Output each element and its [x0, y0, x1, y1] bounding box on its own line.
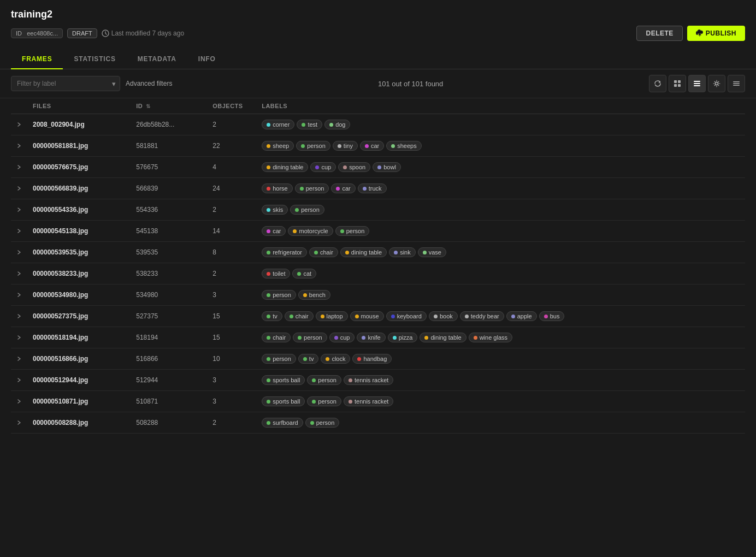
label-tag[interactable]: tv	[262, 311, 282, 321]
list-view-button[interactable]	[688, 75, 706, 92]
label-tag[interactable]: bowl	[373, 162, 401, 172]
label-tag[interactable]: person	[335, 226, 370, 236]
row-expand[interactable]	[11, 114, 27, 135]
id-col-header[interactable]: ID ⇅	[131, 98, 207, 114]
row-expand[interactable]	[11, 157, 27, 178]
table-row[interactable]: 000000566839.jpg56683924horsepersoncartr…	[11, 178, 745, 199]
row-expand[interactable]	[11, 327, 27, 348]
row-expand[interactable]	[11, 370, 27, 391]
table-row[interactable]: 000000581881.jpg58188122sheeppersontinyc…	[11, 135, 745, 157]
row-expand[interactable]	[11, 178, 27, 199]
more-options-button[interactable]	[728, 75, 745, 92]
label-tag[interactable]: person	[295, 183, 329, 193]
grid-view-button[interactable]	[669, 75, 686, 92]
label-tag[interactable]: skis	[262, 205, 288, 215]
table-row[interactable]: 000000554336.jpg5543362skisperson	[11, 199, 745, 221]
tab-frames[interactable]: FRAMES	[11, 50, 63, 69]
label-tag[interactable]: person	[305, 418, 340, 428]
label-tag[interactable]: clock	[321, 354, 350, 364]
delete-button[interactable]: DELETE	[636, 26, 682, 41]
label-tag[interactable]: tennis racket	[344, 396, 393, 406]
label-tag[interactable]: mouse	[350, 311, 384, 321]
label-tag[interactable]: wine glass	[469, 333, 512, 342]
row-expand[interactable]	[11, 306, 27, 327]
label-tag[interactable]: person	[307, 375, 341, 385]
files-col-header[interactable]: FILES	[27, 98, 131, 114]
label-tag[interactable]: person	[290, 205, 324, 215]
row-expand[interactable]	[11, 199, 27, 221]
row-expand[interactable]	[11, 135, 27, 157]
table-row[interactable]: 000000527375.jpg52737515tvchairlaptopmou…	[11, 306, 745, 327]
label-tag[interactable]: dog	[324, 120, 350, 129]
label-tag[interactable]: book	[429, 311, 458, 321]
label-tag[interactable]: pizza	[388, 333, 418, 342]
row-expand[interactable]	[11, 221, 27, 242]
label-tag[interactable]: bench	[298, 290, 330, 300]
tab-statistics[interactable]: STATISTICS	[63, 50, 126, 69]
advanced-filters-button[interactable]: Advanced filters	[126, 80, 172, 87]
label-tag[interactable]: refrigerator	[262, 247, 307, 257]
label-tag[interactable]: handbag	[352, 354, 392, 364]
label-tag[interactable]: sports ball	[262, 396, 305, 406]
row-expand[interactable]	[11, 348, 27, 370]
label-tag[interactable]: sink	[389, 247, 416, 257]
label-tag[interactable]: chair	[309, 247, 338, 257]
label-tag[interactable]: laptop	[316, 311, 348, 321]
row-expand[interactable]	[11, 285, 27, 306]
table-row[interactable]: 000000538233.jpg5382332toiletcat	[11, 263, 745, 285]
label-tag[interactable]: vase	[418, 247, 446, 257]
label-tag[interactable]: corner	[262, 120, 294, 129]
row-expand[interactable]	[11, 263, 27, 285]
label-tag[interactable]: tiny	[333, 141, 358, 151]
label-tag[interactable]: cat	[292, 269, 316, 278]
tab-metadata[interactable]: METADATA	[127, 50, 187, 69]
refresh-button[interactable]	[649, 75, 666, 92]
label-tag[interactable]: tv	[298, 354, 319, 364]
label-tag[interactable]: horse	[262, 183, 293, 193]
row-expand[interactable]	[11, 391, 27, 412]
filter-input[interactable]	[11, 76, 120, 91]
label-tag[interactable]: person	[296, 141, 330, 151]
label-tag[interactable]: test	[297, 120, 322, 129]
label-tag[interactable]: sheeps	[386, 141, 421, 151]
tab-info[interactable]: INFO	[187, 50, 227, 69]
table-row[interactable]: 000000510871.jpg5108713sports ballperson…	[11, 391, 745, 412]
label-tag[interactable]: chair	[262, 333, 291, 342]
table-row[interactable]: 000000518194.jpg51819415chairpersoncupkn…	[11, 327, 745, 348]
label-tag[interactable]: spoon	[338, 162, 370, 172]
publish-button[interactable]: PUBLISH	[687, 26, 745, 41]
label-tag[interactable]: teddy bear	[460, 311, 504, 321]
row-expand[interactable]	[11, 242, 27, 263]
table-row[interactable]: 000000508288.jpg5082882surfboardperson	[11, 412, 745, 434]
label-tag[interactable]: car	[262, 226, 286, 236]
table-row[interactable]: 2008_002904.jpg26db58b28...2cornertestdo…	[11, 114, 745, 135]
row-expand[interactable]	[11, 412, 27, 434]
label-tag[interactable]: dining table	[420, 333, 466, 342]
label-tag[interactable]: keyboard	[386, 311, 427, 321]
table-row[interactable]: 000000512944.jpg5129443sports ballperson…	[11, 370, 745, 391]
label-tag[interactable]: apple	[506, 311, 537, 321]
label-tag[interactable]: cup	[310, 162, 336, 172]
label-tag[interactable]: toilet	[262, 269, 290, 278]
label-tag[interactable]: motorcycle	[288, 226, 333, 236]
label-tag[interactable]: truck	[358, 183, 387, 193]
label-tag[interactable]: sheep	[262, 141, 294, 151]
label-tag[interactable]: person	[262, 354, 296, 364]
label-tag[interactable]: sports ball	[262, 375, 305, 385]
table-row[interactable]: 000000539535.jpg5395358refrigeratorchair…	[11, 242, 745, 263]
label-tag[interactable]: dining table	[262, 162, 308, 172]
label-tag[interactable]: chair	[285, 311, 314, 321]
table-row[interactable]: 000000534980.jpg5349803personbench	[11, 285, 745, 306]
label-tag[interactable]: tennis racket	[344, 375, 393, 385]
label-tag[interactable]: knife	[357, 333, 385, 342]
table-row[interactable]: 000000516866.jpg51686610persontvclockhan…	[11, 348, 745, 370]
label-tag[interactable]: car	[360, 141, 384, 151]
label-tag[interactable]: person	[307, 396, 341, 406]
objects-col-header[interactable]: OBJECTS	[207, 98, 256, 114]
label-tag[interactable]: person	[293, 333, 327, 342]
table-row[interactable]: 000000545138.jpg54513814carmotorcycleper…	[11, 221, 745, 242]
label-tag[interactable]: surfboard	[262, 418, 303, 428]
label-tag[interactable]: person	[262, 290, 296, 300]
label-tag[interactable]: cup	[329, 333, 355, 342]
label-tag[interactable]: dining table	[340, 247, 387, 257]
